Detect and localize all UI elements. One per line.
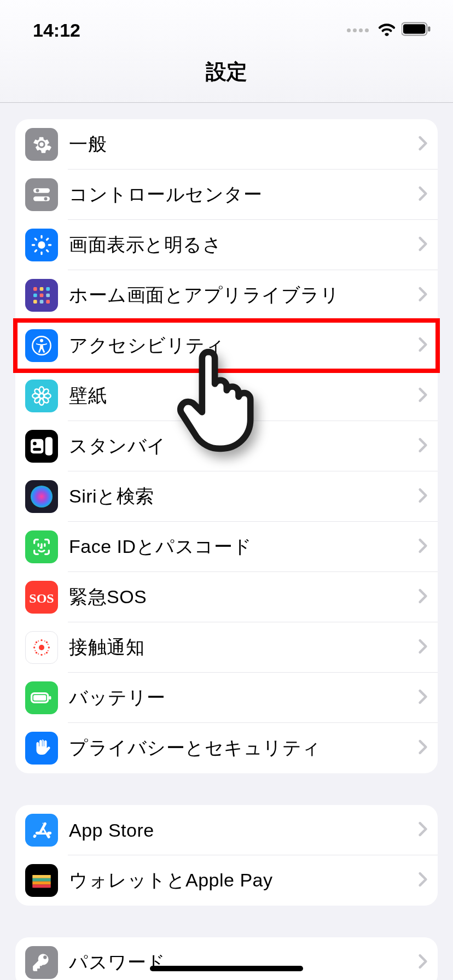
svg-point-46 <box>40 654 42 656</box>
settings-row-wallpaper[interactable]: 壁紙 <box>15 371 438 421</box>
svg-point-48 <box>48 646 50 648</box>
svg-point-40 <box>31 486 53 508</box>
settings-row-standby[interactable]: スタンバイ <box>15 421 438 471</box>
chevron-right-icon <box>418 739 428 757</box>
svg-rect-18 <box>46 287 50 291</box>
chevron-right-icon <box>418 286 428 305</box>
row-label: Face IDとパスコード <box>69 534 418 559</box>
svg-point-51 <box>36 652 37 654</box>
svg-rect-2 <box>428 26 430 32</box>
settings-row-privacy[interactable]: プライバシーとセキュリティ <box>15 723 438 773</box>
svg-point-58 <box>34 650 36 651</box>
battery-icon <box>402 22 431 38</box>
settings-row-accessibility[interactable]: アクセシビリティ <box>15 320 438 371</box>
settings-row-general[interactable]: 一般 <box>15 119 438 170</box>
battery-icon <box>25 681 58 714</box>
chevron-right-icon <box>418 871 428 890</box>
settings-row-siri[interactable]: Siriと検索 <box>15 471 438 522</box>
faceid-icon <box>25 530 58 563</box>
sos-icon: SOS <box>25 581 58 614</box>
flower-icon <box>25 380 58 412</box>
chevron-right-icon <box>418 135 428 154</box>
svg-rect-17 <box>40 287 44 291</box>
svg-point-34 <box>42 388 49 395</box>
siri-icon <box>25 480 58 513</box>
svg-rect-20 <box>40 294 44 298</box>
cellular-icon <box>347 28 369 32</box>
svg-rect-1 <box>403 24 426 33</box>
svg-text:SOS: SOS <box>29 591 54 605</box>
svg-rect-67 <box>32 882 50 885</box>
chevron-right-icon <box>418 437 428 456</box>
settings-group: 一般コントロールセンター画面表示と明るさホーム画面とアプリライブラリアクセシビリ… <box>15 119 438 773</box>
chevron-right-icon <box>418 821 428 839</box>
svg-point-53 <box>38 640 39 641</box>
svg-point-33 <box>42 396 49 404</box>
svg-point-44 <box>39 645 44 650</box>
svg-rect-62 <box>33 695 46 701</box>
svg-line-15 <box>47 238 48 240</box>
settings-row-battery[interactable]: バッテリー <box>15 673 438 723</box>
svg-point-55 <box>38 654 39 655</box>
appstore-icon <box>25 814 58 847</box>
svg-point-26 <box>40 339 43 342</box>
settings-row-passwords[interactable]: パスワード <box>15 937 438 980</box>
chevron-right-icon <box>418 487 428 506</box>
svg-line-14 <box>35 250 36 252</box>
row-label: バッテリー <box>69 685 418 710</box>
row-label: スタンバイ <box>69 434 418 459</box>
status-indicators <box>347 22 431 38</box>
chevron-right-icon <box>418 236 428 254</box>
settings-groups: 一般コントロールセンター画面表示と明るさホーム画面とアプリライブラリアクセシビリ… <box>0 103 453 980</box>
settings-row-display[interactable]: 画面表示と明るさ <box>15 220 438 270</box>
row-label: 接触通知 <box>69 635 418 660</box>
settings-row-wallet[interactable]: ウォレットとApple Pay <box>15 855 438 906</box>
svg-point-4 <box>36 189 39 192</box>
svg-rect-36 <box>31 439 43 454</box>
svg-point-54 <box>44 640 45 641</box>
row-label: パスワード <box>69 950 418 975</box>
svg-rect-16 <box>33 287 37 291</box>
settings-row-sos[interactable]: SOS緊急SOS <box>15 572 438 622</box>
svg-point-59 <box>48 644 49 645</box>
svg-point-7 <box>38 241 45 248</box>
chevron-right-icon <box>418 336 428 355</box>
row-label: 一般 <box>69 132 418 157</box>
svg-point-57 <box>34 644 36 645</box>
svg-line-13 <box>47 250 48 252</box>
chevron-right-icon <box>418 538 428 556</box>
svg-rect-65 <box>32 875 50 878</box>
settings-group: App StoreウォレットとApple Pay <box>15 805 438 906</box>
row-label: 壁紙 <box>69 383 418 409</box>
svg-rect-23 <box>40 300 44 304</box>
settings-row-controlcenter[interactable]: コントロールセンター <box>15 170 438 220</box>
status-bar: 14:12 <box>0 0 453 55</box>
status-time: 14:12 <box>33 20 80 41</box>
settings-row-appstore[interactable]: App Store <box>15 805 438 855</box>
accessibility-icon <box>25 329 58 362</box>
wallet-icon <box>25 864 58 897</box>
svg-point-32 <box>33 388 41 395</box>
chevron-right-icon <box>418 689 428 707</box>
settings-row-home[interactable]: ホーム画面とアプリライブラリ <box>15 270 438 320</box>
svg-rect-63 <box>49 696 51 700</box>
svg-point-45 <box>40 639 42 641</box>
gear-icon <box>25 128 58 161</box>
svg-point-35 <box>33 396 41 404</box>
key-icon <box>25 946 58 979</box>
svg-point-52 <box>46 641 48 643</box>
switches-icon <box>25 178 58 211</box>
row-label: 画面表示と明るさ <box>69 232 418 258</box>
page-title: 設定 <box>0 55 453 103</box>
home-indicator[interactable] <box>150 966 303 971</box>
settings-row-faceid[interactable]: Face IDとパスコード <box>15 522 438 572</box>
standby-icon <box>25 430 58 463</box>
settings-row-exposure[interactable]: 接触通知 <box>15 622 438 673</box>
svg-line-12 <box>35 238 36 240</box>
chevron-right-icon <box>418 638 428 657</box>
svg-rect-21 <box>46 294 50 298</box>
svg-point-50 <box>46 652 48 654</box>
svg-point-47 <box>33 646 35 648</box>
svg-rect-24 <box>46 300 50 304</box>
wifi-icon <box>378 22 396 38</box>
